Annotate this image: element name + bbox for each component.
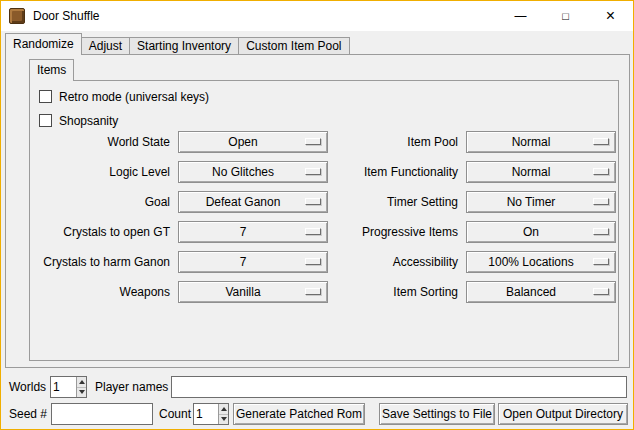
dropdown-indicator-icon [593, 198, 609, 205]
maximize-button[interactable]: □ [543, 1, 588, 31]
dropdown-indicator-icon [593, 228, 609, 235]
dropdown-indicator-icon [305, 138, 321, 145]
save-settings-button[interactable]: Save Settings to File [379, 403, 495, 425]
items-tab-panel: Retro mode (universal keys) Shopsanity W… [29, 80, 619, 361]
logic-level-value: No Glitches [212, 165, 294, 179]
window-controls: — □ × [498, 1, 633, 31]
retro-mode-label: Retro mode (universal keys) [59, 90, 209, 104]
titlebar: Door Shuffle — □ × [1, 1, 633, 31]
app-icon [9, 8, 25, 24]
shopsanity-label: Shopsanity [59, 114, 118, 128]
shopsanity-checkbox[interactable] [39, 114, 52, 127]
worlds-spin-up-icon[interactable] [77, 377, 86, 388]
progressive-items-value: On [523, 225, 559, 239]
item-pool-label: Item Pool [334, 135, 460, 149]
player-names-label: Player names [95, 376, 168, 398]
crystals-open-gt-label: Crystals to open GT [34, 225, 172, 239]
dropdown-indicator-icon [305, 258, 321, 265]
count-spin-down-icon[interactable] [219, 415, 228, 425]
dropdown-indicator-icon [593, 168, 609, 175]
goal-dropdown[interactable]: Defeat Ganon [178, 191, 328, 213]
generate-patched-rom-button[interactable]: Generate Patched Rom [233, 403, 365, 425]
count-spinbox-input[interactable] [194, 404, 218, 424]
close-icon: × [606, 8, 615, 24]
dropdown-indicator-icon [305, 168, 321, 175]
item-functionality-value: Normal [512, 165, 571, 179]
item-functionality-dropdown[interactable]: Normal [466, 161, 616, 183]
window-title: Door Shuffle [33, 9, 498, 23]
count-spin-up-icon[interactable] [219, 404, 228, 415]
item-functionality-label: Item Functionality [334, 165, 460, 179]
crystals-harm-ganon-dropdown[interactable]: 7 [178, 251, 328, 273]
close-button[interactable]: × [588, 1, 633, 31]
outer-tabstrip: Randomize Adjust Starting Inventory Cust… [5, 33, 350, 55]
tab-randomize[interactable]: Randomize [5, 33, 82, 55]
world-state-dropdown[interactable]: Open [178, 131, 328, 153]
crystals-harm-ganon-label: Crystals to harm Ganon [34, 255, 172, 269]
accessibility-dropdown[interactable]: 100% Locations [466, 251, 616, 273]
open-output-directory-button[interactable]: Open Output Directory [498, 403, 628, 425]
weapons-dropdown[interactable]: Vanilla [178, 281, 328, 303]
retro-mode-checkbox-row[interactable]: Retro mode (universal keys) [39, 88, 209, 105]
count-spinbox[interactable] [193, 403, 229, 425]
item-pool-dropdown[interactable]: Normal [466, 131, 616, 153]
dropdown-indicator-icon [593, 138, 609, 145]
worlds-spinbox[interactable] [50, 376, 87, 398]
dropdown-indicator-icon [305, 198, 321, 205]
tab-adjust[interactable]: Adjust [81, 37, 130, 54]
item-sorting-value: Balanced [506, 285, 576, 299]
crystals-harm-ganon-value: 7 [240, 255, 267, 269]
dropdown-indicator-icon [593, 258, 609, 265]
goal-label: Goal [34, 195, 172, 209]
minimize-button[interactable]: — [498, 1, 543, 31]
options-grid: World State Open Item Pool Normal Logic … [34, 127, 616, 307]
worlds-spin-down-icon[interactable] [77, 388, 86, 398]
item-sorting-label: Item Sorting [334, 285, 460, 299]
tab-items[interactable]: Items [29, 59, 74, 81]
seed-label: Seed # [9, 403, 47, 425]
crystals-open-gt-value: 7 [240, 225, 267, 239]
progressive-items-label: Progressive Items [334, 225, 460, 239]
maximize-icon: □ [562, 11, 569, 22]
tab-starting-inventory[interactable]: Starting Inventory [129, 37, 239, 54]
dropdown-indicator-icon [593, 288, 609, 295]
dropdown-indicator-icon [305, 288, 321, 295]
timer-setting-value: No Timer [507, 195, 576, 209]
item-sorting-dropdown[interactable]: Balanced [466, 281, 616, 303]
weapons-label: Weapons [34, 285, 172, 299]
dropdown-indicator-icon [305, 228, 321, 235]
world-state-label: World State [34, 135, 172, 149]
timer-setting-dropdown[interactable]: No Timer [466, 191, 616, 213]
item-pool-value: Normal [512, 135, 571, 149]
minimize-icon: — [515, 10, 527, 22]
world-state-value: Open [228, 135, 277, 149]
logic-level-label: Logic Level [34, 165, 172, 179]
accessibility-label: Accessibility [334, 255, 460, 269]
worlds-label: Worlds [9, 376, 46, 398]
timer-setting-label: Timer Setting [334, 195, 460, 209]
retro-mode-checkbox[interactable] [39, 90, 52, 103]
goal-value: Defeat Ganon [206, 195, 301, 209]
logic-level-dropdown[interactable]: No Glitches [178, 161, 328, 183]
player-names-input[interactable] [171, 376, 627, 398]
crystals-open-gt-dropdown[interactable]: 7 [178, 221, 328, 243]
progressive-items-dropdown[interactable]: On [466, 221, 616, 243]
weapons-value: Vanilla [225, 285, 280, 299]
worlds-spinbox-input[interactable] [51, 377, 76, 397]
tab-custom-item-pool[interactable]: Custom Item Pool [238, 37, 349, 54]
accessibility-value: 100% Locations [488, 255, 593, 269]
count-label: Count [159, 403, 191, 425]
seed-input[interactable] [51, 403, 153, 425]
app-window: Door Shuffle — □ × Randomize Adjust Star… [0, 0, 634, 430]
